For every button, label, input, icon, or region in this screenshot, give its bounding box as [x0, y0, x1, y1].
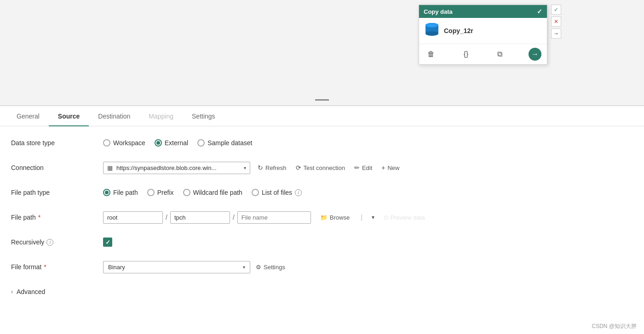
- radio-external[interactable]: External: [155, 139, 188, 147]
- file-format-required-star: *: [44, 263, 46, 271]
- refresh-button[interactable]: ↻ Refresh: [256, 163, 288, 172]
- connection-control: ▦ https://synpasedlstore.blob.core.win..…: [103, 162, 633, 174]
- browse-button[interactable]: 📁 Browse: [316, 212, 353, 223]
- advanced-row: › Advanced: [11, 284, 633, 299]
- card-title: Copy data: [424, 8, 453, 15]
- card-delete-button[interactable]: 🗑: [425, 49, 437, 59]
- file-path-type-label: File path type: [11, 189, 103, 196]
- edit-icon: ✏: [354, 164, 360, 171]
- card-code-button[interactable]: {}: [461, 49, 472, 59]
- radio-workspace-circle: [103, 139, 110, 147]
- database-icon: [425, 23, 439, 39]
- radio-sample-circle: [197, 139, 205, 147]
- file-path-type-control: File path Prefix Wildcard file path List…: [103, 189, 633, 196]
- file-path-required-star: *: [38, 214, 40, 221]
- card-actions: 🗑 {} ⧉ →: [419, 44, 547, 64]
- data-store-type-label: Data store type: [11, 139, 103, 147]
- new-icon: +: [381, 164, 385, 171]
- recursively-control: [103, 238, 633, 247]
- radio-wildcard[interactable]: Wildcard file path: [183, 189, 242, 196]
- list-files-info-icon: i: [295, 189, 302, 196]
- test-connection-button[interactable]: ⟳ Test connection: [294, 163, 347, 172]
- connection-type-icon: ▦: [107, 164, 113, 171]
- data-store-type-row: Data store type Workspace External Sampl…: [11, 136, 633, 150]
- minimize-bar: [315, 99, 329, 101]
- file-format-value: Binary: [108, 264, 239, 271]
- browse-icon: 📁: [320, 214, 328, 221]
- radio-filepath[interactable]: File path: [103, 189, 138, 196]
- recursively-checkbox[interactable]: [103, 238, 112, 247]
- path-container-input[interactable]: [103, 211, 163, 224]
- tab-destination[interactable]: Destination: [89, 106, 139, 126]
- refresh-icon: ↻: [258, 164, 263, 171]
- card-header: Copy data ✓: [419, 5, 547, 18]
- side-close-button[interactable]: ✕: [551, 17, 561, 27]
- file-format-dropdown-arrow: ▾: [243, 265, 245, 270]
- radio-prefix-circle: [147, 189, 155, 196]
- tab-settings[interactable]: Settings: [183, 106, 224, 126]
- preview-icon: ⊙: [384, 214, 389, 221]
- connection-label: Connection: [11, 164, 103, 171]
- card-go-button[interactable]: →: [529, 48, 541, 61]
- recursively-row: Recursively i: [11, 235, 633, 249]
- form-area: Data store type Workspace External Sampl…: [0, 126, 644, 318]
- tab-general[interactable]: General: [7, 106, 49, 126]
- advanced-chevron-icon: ›: [11, 289, 13, 295]
- path-sep-2: /: [232, 214, 236, 221]
- file-format-label: File format *: [11, 263, 103, 271]
- svg-point-2: [426, 31, 438, 36]
- connection-dropdown-arrow: ▾: [244, 165, 246, 170]
- preview-data-button[interactable]: ⊙ Preview data: [382, 212, 427, 223]
- path-filename-input[interactable]: [237, 211, 311, 224]
- file-format-control: Binary ▾ ⚙ Settings: [103, 261, 633, 273]
- radio-listfiles-circle: [252, 189, 259, 196]
- radio-filepath-circle: [103, 189, 110, 196]
- radio-sample[interactable]: Sample dataset: [197, 139, 252, 147]
- advanced-label: Advanced: [17, 288, 45, 295]
- connection-value: https://synpasedlstore.blob.core.win...: [116, 164, 240, 171]
- data-store-type-control: Workspace External Sample dataset: [103, 139, 633, 147]
- file-path-control: / / 📁 Browse | ▾ ⊙ Preview data: [103, 211, 633, 224]
- file-format-dropdown[interactable]: Binary ▾: [103, 261, 250, 273]
- radio-workspace[interactable]: Workspace: [103, 139, 145, 147]
- radio-wildcard-circle: [183, 189, 190, 196]
- file-format-row: File format * Binary ▾ ⚙ Settings: [11, 260, 633, 274]
- path-chevron-button[interactable]: ▾: [370, 212, 376, 222]
- file-path-type-row: File path type File path Prefix Wildcard…: [11, 185, 633, 200]
- path-sep-1: /: [165, 214, 168, 221]
- copy-data-card: Copy data ✓ Copy_12r 🗑 {} ⧉ →: [419, 5, 547, 65]
- file-path-label: File path *: [11, 214, 103, 221]
- watermark: CSDN @知识大胖: [592, 323, 637, 330]
- side-arrow-button[interactable]: →: [551, 28, 561, 39]
- tab-source[interactable]: Source: [49, 106, 89, 126]
- recursively-info-icon: i: [46, 239, 53, 246]
- card-copy-button[interactable]: ⧉: [494, 49, 505, 59]
- side-check-button[interactable]: ✓: [551, 5, 561, 15]
- new-button[interactable]: + New: [380, 163, 401, 172]
- format-settings-icon: ⚙: [256, 264, 261, 271]
- radio-listfiles[interactable]: List of files i: [252, 189, 302, 196]
- connection-dropdown[interactable]: ▦ https://synpasedlstore.blob.core.win..…: [103, 162, 250, 174]
- tabs-bar: General Source Destination Mapping Setti…: [0, 106, 644, 126]
- card-check-icon: ✓: [537, 8, 542, 15]
- test-connection-icon: ⟳: [296, 164, 301, 171]
- file-path-row: File path * / / 📁 Browse | ▾ ⊙: [11, 210, 633, 225]
- svg-point-4: [427, 24, 437, 27]
- file-path-inputs: / /: [103, 211, 311, 224]
- data-store-radio-group: Workspace External Sample dataset: [103, 139, 252, 147]
- tab-mapping: Mapping: [139, 106, 183, 126]
- edit-button[interactable]: ✏ Edit: [352, 163, 374, 172]
- radio-external-circle: [155, 139, 162, 147]
- card-item-name: Copy_12r: [444, 27, 473, 34]
- recursively-label: Recursively i: [11, 238, 103, 246]
- file-path-type-radio-group: File path Prefix Wildcard file path List…: [103, 189, 302, 196]
- advanced-section[interactable]: › Advanced: [11, 288, 45, 295]
- format-settings-button[interactable]: ⚙ Settings: [256, 264, 285, 271]
- canvas-area: ✓ ✕ → Copy data ✓ Copy_12r 🗑 {} ⧉ →: [0, 0, 644, 106]
- radio-prefix[interactable]: Prefix: [147, 189, 174, 196]
- bottom-panel: General Source Destination Mapping Setti…: [0, 106, 644, 334]
- card-body: Copy_12r: [419, 18, 547, 44]
- path-directory-input[interactable]: [170, 211, 230, 224]
- side-panel: ✓ ✕ →: [551, 5, 561, 39]
- browse-divider: |: [359, 214, 364, 221]
